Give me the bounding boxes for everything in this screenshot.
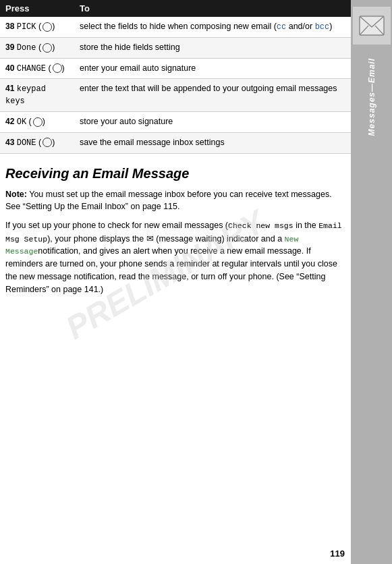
press-cell: 41 keypad keys xyxy=(0,79,74,112)
envelope-icon xyxy=(359,16,385,36)
to-cell: save the email message inbox settings xyxy=(74,132,351,153)
row-num: 42 xyxy=(5,117,17,126)
circle-symbol xyxy=(53,63,62,73)
envelope-inline-icon: ✉ xyxy=(146,233,154,244)
sidebar-label: Messages—Email xyxy=(367,58,376,136)
row-num: 43 xyxy=(5,138,17,147)
row-num: 39 xyxy=(5,43,17,52)
body-pre: If you set up your phone to check for ne… xyxy=(5,221,228,230)
table-row: 39 Done ()store the hide fields setting xyxy=(0,37,351,58)
circle-symbol xyxy=(33,117,43,127)
press-cell: 40 CHANGE () xyxy=(0,58,74,79)
press-cell: 39 Done () xyxy=(0,37,74,58)
note-paragraph: Note: You must set up the email message … xyxy=(5,188,345,213)
body-post1: ), your phone displays the xyxy=(47,234,146,244)
circle-symbol xyxy=(43,22,52,32)
press-text: OK xyxy=(17,117,26,127)
to-cell: store your auto signature xyxy=(74,111,351,132)
row-num: 38 xyxy=(5,22,17,31)
to-cell: enter the text that will be appended to … xyxy=(74,79,351,112)
table-row: 40 CHANGE ()enter your email auto signat… xyxy=(0,58,351,79)
press-text: DONE xyxy=(17,138,36,148)
press-cell: 38 PICK () xyxy=(0,17,74,37)
table-header-row: Press To xyxy=(0,0,351,17)
table-row: 43 DONE ()save the email message inbox s… xyxy=(0,132,351,153)
header-press: Press xyxy=(0,0,74,17)
to-cell: select the fields to hide when composing… xyxy=(74,17,351,37)
row-num: 40 xyxy=(5,63,17,73)
table-row: 42 OK ()store your auto signature xyxy=(0,111,351,132)
body-mono1: Check new msgs xyxy=(228,221,293,230)
body-paragraph: If you set up your phone to check for ne… xyxy=(5,219,345,296)
section-heading: Receiving an Email Message xyxy=(5,166,345,181)
note-label: Note: xyxy=(5,190,27,199)
press-text: PICK xyxy=(17,22,36,32)
press-text: Done xyxy=(17,43,36,53)
body-cont: (message waiting) indicator and a xyxy=(154,234,285,244)
circle-symbol xyxy=(43,138,52,147)
press-text: CHANGE xyxy=(17,64,46,74)
main-content: Press To 38 PICK ()select the fields to … xyxy=(0,0,351,564)
row-num: 41 xyxy=(5,84,17,93)
page-number: 119 xyxy=(330,548,345,559)
sidebar-icon-box xyxy=(353,7,391,45)
to-cell: enter your email auto signature xyxy=(74,58,351,79)
press-cell: 43 DONE () xyxy=(0,132,74,153)
header-to: To xyxy=(74,0,351,17)
to-cell: store the hide fields setting xyxy=(74,37,351,58)
sidebar: Messages—Email xyxy=(351,0,392,564)
circle-symbol xyxy=(43,43,52,53)
note-text: You must set up the email message inbox … xyxy=(5,190,332,211)
table-row: 38 PICK ()select the fields to hide when… xyxy=(0,17,351,37)
press-cell: 42 OK () xyxy=(0,111,74,132)
press-table: Press To 38 PICK ()select the fields to … xyxy=(0,0,351,154)
body-mid: in the xyxy=(293,221,319,230)
table-row: 41 keypad keysenter the text that will b… xyxy=(0,79,351,112)
body-end: notification, and gives an alert when yo… xyxy=(5,246,337,293)
